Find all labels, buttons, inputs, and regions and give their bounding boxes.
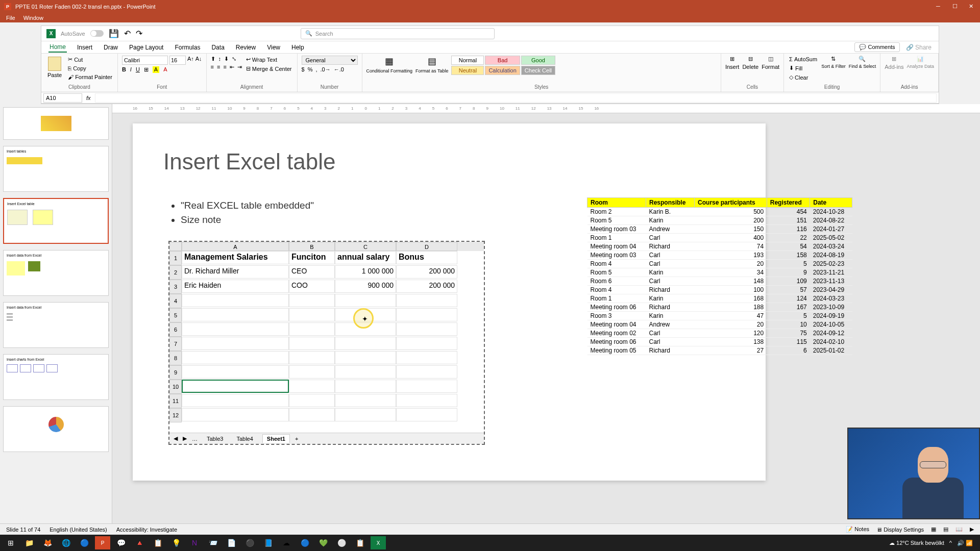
slide-thumb-12[interactable]: 12 Insert data from Excel xyxy=(3,250,109,296)
copy-button[interactable]: ⎘Copy xyxy=(67,65,113,72)
menu-window[interactable]: Window xyxy=(23,15,43,21)
decrease-font-icon[interactable]: A↓ xyxy=(195,56,202,65)
taskbar-app5-icon[interactable]: 📄 xyxy=(224,536,239,549)
sheet-nav-next[interactable]: ▶ xyxy=(183,435,187,442)
slide-thumb-15[interactable]: 15 xyxy=(3,406,109,452)
cell-A10[interactable] xyxy=(182,380,289,393)
orientation-icon[interactable]: ⤡ xyxy=(232,56,236,62)
undo-icon[interactable]: ↶ xyxy=(124,29,131,38)
comma-icon[interactable]: , xyxy=(315,66,317,72)
sort-button[interactable]: Sort & Filter xyxy=(821,64,846,69)
autosave-toggle[interactable] xyxy=(90,30,104,37)
style-neutral[interactable]: Neutral xyxy=(451,66,484,75)
col-header-C[interactable]: C xyxy=(335,242,396,251)
style-bad[interactable]: Bad xyxy=(485,56,520,65)
display-settings-button[interactable]: 🖥 Display Settings xyxy=(876,527,924,533)
taskbar-app8-icon[interactable]: ☁ xyxy=(279,536,294,549)
weather-widget[interactable]: ☁ 12°C Stark bewölkt xyxy=(889,540,944,546)
style-calculation[interactable]: Calculation xyxy=(485,66,520,75)
slide-thumb-14[interactable]: 14 Insert charts from Excel xyxy=(3,354,109,400)
currency-icon[interactable]: $ xyxy=(302,66,305,72)
cell-A12[interactable] xyxy=(182,408,289,421)
fx-icon[interactable]: fx xyxy=(86,95,91,101)
insert-cells-button[interactable]: Insert xyxy=(725,64,740,70)
format-painter-button[interactable]: 🖌Format Painter xyxy=(67,73,113,81)
find-button[interactable]: Find & Select xyxy=(849,64,876,69)
taskbar-chrome-icon[interactable]: 🌐 xyxy=(58,536,74,549)
align-middle-icon[interactable]: ↕ xyxy=(218,56,222,62)
cell-C1[interactable]: annual salary xyxy=(335,251,396,264)
cell-D12[interactable] xyxy=(396,408,457,421)
cell-C11[interactable] xyxy=(335,394,396,407)
cell-B5[interactable] xyxy=(289,308,335,321)
taskbar-onenote-icon[interactable]: N xyxy=(187,536,202,549)
cell-B3[interactable]: COO xyxy=(289,280,335,293)
minimize-button[interactable]: ─ xyxy=(936,3,943,10)
conditional-formatting-button[interactable]: Conditional Formatting xyxy=(366,68,413,73)
delete-cells-button[interactable]: Delete xyxy=(742,64,758,70)
new-sheet-button[interactable]: + xyxy=(295,436,298,442)
redo-icon[interactable]: ↷ xyxy=(136,29,142,38)
tab-draw[interactable]: Draw xyxy=(103,43,119,52)
cell-C2[interactable]: 1 000 000 xyxy=(335,265,396,279)
taskbar-app-icon[interactable]: 💬 xyxy=(113,536,129,549)
sheet-nav-prev[interactable]: ◀ xyxy=(174,435,178,442)
taskbar-firefox-icon[interactable]: 🦊 xyxy=(40,536,55,549)
font-name-select[interactable] xyxy=(122,56,168,65)
close-button[interactable]: ✕ xyxy=(969,3,976,10)
accessibility-status[interactable]: Accessibility: Investigate xyxy=(116,527,177,533)
cell-D6[interactable] xyxy=(396,322,457,336)
autosum-button[interactable]: Σ AutoSum xyxy=(788,56,818,63)
slide-thumb-13[interactable]: 13 Insert data from Excel━━━━━━━━━━━━ xyxy=(3,302,109,348)
cell-D10[interactable] xyxy=(396,380,457,393)
border-button[interactable]: ⊞ xyxy=(144,66,149,73)
row-header-9[interactable]: 9 xyxy=(169,365,182,380)
align-center-icon[interactable]: ≡ xyxy=(217,64,220,70)
col-header-A[interactable]: A xyxy=(182,242,289,251)
cell-B4[interactable] xyxy=(289,294,335,307)
tab-view[interactable]: View xyxy=(266,43,281,52)
col-header-D[interactable]: D xyxy=(396,242,457,251)
align-top-icon[interactable]: ⬆ xyxy=(211,56,215,62)
row-header-11[interactable]: 11 xyxy=(169,394,182,408)
underline-button[interactable]: U xyxy=(136,66,140,73)
cell-A3[interactable]: Eric Haiden xyxy=(182,280,289,293)
taskbar-app7-icon[interactable]: 📘 xyxy=(260,536,276,549)
cell-B9[interactable] xyxy=(289,365,335,379)
maximize-button[interactable]: ☐ xyxy=(952,3,960,10)
cell-B1[interactable]: Funciton xyxy=(289,251,335,264)
notes-button[interactable]: 📝 Notes xyxy=(846,526,869,533)
cell-A8[interactable] xyxy=(182,351,289,364)
align-bottom-icon[interactable]: ⬇ xyxy=(224,56,229,62)
cell-D7[interactable] xyxy=(396,337,457,350)
slide-canvas[interactable]: Insert Excel table "Real EXCEL table emb… xyxy=(133,123,766,481)
row-header-1[interactable]: 1 xyxy=(169,251,182,265)
cell-A11[interactable] xyxy=(182,394,289,407)
name-box[interactable] xyxy=(43,93,82,103)
percent-icon[interactable]: % xyxy=(308,66,313,72)
tray-icons[interactable]: 🔊 📶 xyxy=(957,540,973,546)
cell-D5[interactable] xyxy=(396,308,457,321)
tab-page-layout[interactable]: Page Layout xyxy=(128,43,164,52)
align-left-icon[interactable]: ≡ xyxy=(211,64,214,70)
taskbar-app3-icon[interactable]: 💡 xyxy=(168,536,184,549)
menu-file[interactable]: File xyxy=(6,15,15,21)
style-normal[interactable]: Normal xyxy=(451,56,484,65)
taskbar-whatsapp-icon[interactable]: 💚 xyxy=(315,536,331,549)
tab-review[interactable]: Review xyxy=(235,43,257,52)
slide-thumb-11[interactable]: 11 Insert Excel table xyxy=(3,198,109,244)
tab-home[interactable]: Home xyxy=(48,42,67,53)
cell-C4[interactable] xyxy=(335,294,396,307)
save-icon[interactable]: 💾 xyxy=(109,29,119,38)
dec-dec-icon[interactable]: ←.0 xyxy=(334,66,344,72)
cell-C7[interactable] xyxy=(335,337,396,350)
cell-A2[interactable]: Dr. Richard Miller xyxy=(182,265,289,279)
language-indicator[interactable]: English (United States) xyxy=(50,527,107,533)
taskbar-edge-icon[interactable]: 🔵 xyxy=(77,536,92,549)
cell-D3[interactable]: 200 000 xyxy=(396,280,457,293)
style-good[interactable]: Good xyxy=(521,56,555,65)
sheet-tab-sheet1[interactable]: Sheet1 xyxy=(262,434,290,443)
tab-help[interactable]: Help xyxy=(290,43,305,52)
font-color-button[interactable]: A xyxy=(163,66,167,73)
cell-B12[interactable] xyxy=(289,408,335,421)
